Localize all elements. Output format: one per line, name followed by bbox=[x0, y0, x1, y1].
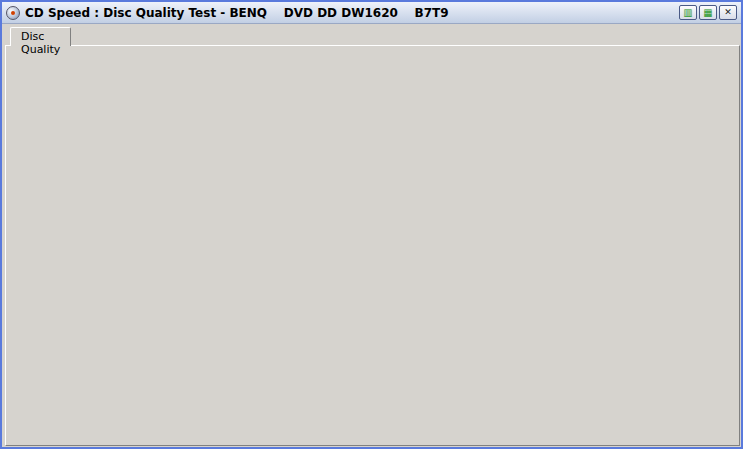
app-icon bbox=[6, 6, 20, 20]
save-chart-icon: ▦ bbox=[703, 7, 712, 18]
copy-chart-icon: ▥ bbox=[683, 7, 692, 18]
close-icon: ✕ bbox=[724, 7, 732, 17]
tab-disc-quality[interactable]: Disc Quality bbox=[10, 27, 71, 46]
window-title: CD Speed : Disc Quality Test - BENQ DVD … bbox=[25, 6, 677, 20]
tab-page bbox=[5, 45, 740, 446]
title-bar: CD Speed : Disc Quality Test - BENQ DVD … bbox=[2, 2, 741, 24]
copy-chart-button[interactable]: ▥ bbox=[679, 5, 697, 20]
save-chart-button[interactable]: ▦ bbox=[699, 5, 717, 20]
close-button[interactable]: ✕ bbox=[719, 5, 737, 20]
app-window: CD Speed : Disc Quality Test - BENQ DVD … bbox=[0, 0, 743, 449]
